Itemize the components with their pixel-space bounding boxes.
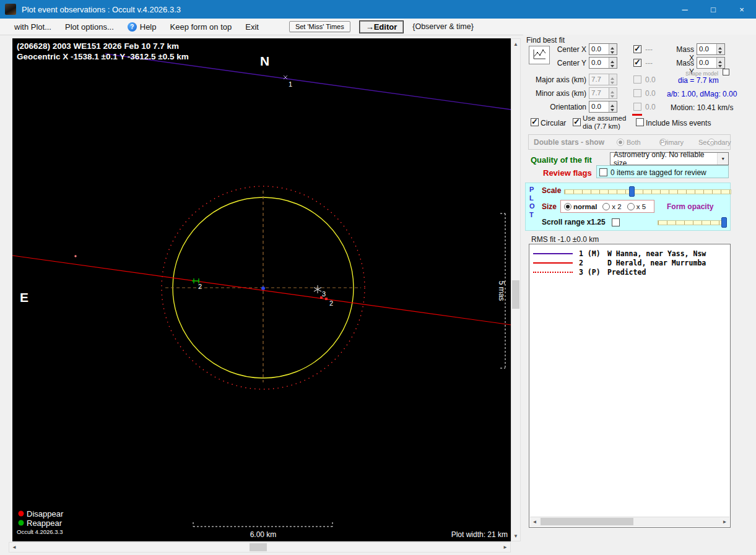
spinner-arrows — [609, 88, 617, 98]
mas-scale-label: 5 mas — [497, 281, 506, 301]
minimize-icon[interactable]: ─ — [671, 0, 699, 19]
horizontal-scroll-thumb[interactable] — [250, 543, 267, 551]
list-scroll-thumb[interactable] — [541, 518, 633, 525]
list-horizontal-scrollbar[interactable]: ◄ ► — [530, 517, 729, 527]
double-both-radio — [617, 139, 624, 146]
chord-id: 2 — [579, 259, 607, 267]
quality-label: Quality of the fit — [531, 155, 592, 165]
scroll-right-icon[interactable]: ► — [500, 543, 510, 552]
legend-disappear: Disappear — [27, 509, 64, 518]
form-opacity-label[interactable]: Form opacity — [667, 202, 713, 211]
scale-bar-label: 6.00 km — [250, 530, 277, 539]
editor-button[interactable]: →Editor — [359, 20, 404, 33]
chevron-down-icon: ▼ — [717, 153, 728, 165]
double-both-label: Both — [627, 139, 641, 146]
menu-keep-form-on-top[interactable]: Keep form on top — [163, 22, 239, 32]
titlebar: Plot event observations : Occult v.4.202… — [0, 0, 756, 19]
maximize-icon[interactable]: □ — [699, 0, 728, 19]
size-normal-radio[interactable] — [564, 203, 571, 210]
center-x-checkbox[interactable] — [633, 45, 641, 53]
scroll-up-icon[interactable]: ▲ — [511, 39, 520, 49]
chord-1-label: 1 — [289, 80, 292, 88]
size-x2-radio[interactable] — [602, 203, 610, 210]
opacity-slider-thumb[interactable] — [721, 217, 727, 228]
chord-list-item[interactable]: 2 D Herald, near Murrumba — [529, 259, 730, 267]
use-assumed-dia-checkbox[interactable] — [573, 118, 581, 126]
plot-svg: 1 2 2 — [12, 38, 511, 541]
orientation-aux: 0.0 — [645, 103, 656, 111]
chord-dot — [74, 255, 76, 257]
spinner-arrows — [609, 74, 617, 85]
motion-info: Motion: 10.41 km/s — [671, 103, 733, 112]
spinner-arrows[interactable] — [609, 101, 617, 112]
vertical-scroll-thumb[interactable] — [512, 280, 519, 309]
scale-slider-track[interactable] — [564, 189, 731, 194]
shape-model-checkbox[interactable] — [723, 69, 729, 75]
plot-letter: O — [529, 202, 535, 211]
plot-horizontal-scrollbar[interactable]: ◄ ► — [9, 542, 511, 553]
menu-exit[interactable]: Exit — [238, 22, 266, 32]
chord-list-item[interactable]: 3 (P) Predicted — [529, 268, 730, 277]
quality-combobox[interactable]: Astrometry only. No reliable size ▼ — [610, 152, 729, 165]
size-x5-radio[interactable] — [627, 203, 635, 210]
spinner-arrows[interactable] — [609, 58, 617, 68]
plot-canvas[interactable]: 1 2 2 — [12, 38, 511, 541]
minor-axis-spinner: 7.7 — [589, 87, 617, 99]
minor-axis-label: Minor axis (km) — [529, 89, 586, 98]
review-flags-checkbox[interactable] — [599, 168, 607, 176]
scroll-left-icon[interactable]: ◄ — [9, 543, 19, 552]
double-secondary-label: Secondary — [698, 139, 731, 146]
review-flags-label: Review flags — [543, 168, 592, 178]
plot-version-label: Occult 4.2026.3.3 — [17, 528, 63, 535]
plot-letter: L — [529, 194, 535, 203]
spinner-arrows[interactable] — [716, 58, 724, 68]
mass-x-value: 0.0 — [697, 44, 716, 54]
menu-with-plot[interactable]: with Plot... — [7, 22, 58, 32]
rms-fit-label: RMS fit -1.0 ±0.0 km — [531, 235, 599, 244]
size-normal-label: normal — [573, 203, 597, 210]
plot-settings-panel: P L O T Scale Size normal x 2 x 5 Form o… — [525, 183, 731, 231]
help-icon: ? — [128, 22, 137, 32]
center-y-checkbox[interactable] — [633, 59, 641, 67]
scroll-down-icon[interactable]: ▼ — [511, 531, 520, 541]
center-y-spinner[interactable]: 0.0 — [589, 57, 617, 69]
opacity-slider-track[interactable] — [658, 220, 727, 225]
chord-listbox[interactable]: 1 (M) W Hanna, near Yass, Nsw 2 D Herald… — [529, 244, 731, 528]
legend-reappear: Reappear — [27, 518, 63, 528]
chord-list-item[interactable]: 1 (M) W Hanna, near Yass, Nsw — [529, 249, 730, 258]
scale-slider-thumb[interactable] — [629, 186, 635, 197]
scroll-range-checkbox[interactable] — [612, 218, 620, 226]
center-x-spinner[interactable]: 0.0 — [589, 43, 617, 55]
include-miss-checkbox[interactable] — [636, 118, 644, 126]
spinner-arrows[interactable] — [609, 44, 617, 54]
major-axis-spinner: 7.7 — [589, 74, 617, 85]
observer-time-label: {Observer & time} — [412, 22, 474, 31]
set-miss-times-button[interactable]: Set 'Miss' Times — [289, 21, 350, 32]
chord-2-swatch — [533, 262, 573, 264]
mass-y-value: 0.0 — [697, 58, 716, 68]
menubar: with Plot... Plot options... ? Help Keep… — [0, 19, 756, 35]
mass-y-spinner[interactable]: 0.0 — [697, 57, 725, 69]
orientation-spinner[interactable]: 0.0 — [589, 101, 617, 113]
major-axis-checkbox — [633, 75, 641, 84]
scroll-right-icon[interactable]: ► — [720, 517, 729, 526]
center-y-value: 0.0 — [589, 58, 609, 68]
center-x-dash: --- — [645, 45, 653, 54]
include-miss-label: Include Miss events — [646, 119, 711, 127]
plot-vertical-scrollbar[interactable]: ▲ ▼ — [511, 38, 521, 541]
close-icon[interactable]: × — [728, 0, 756, 19]
review-flags-text: 0 items are tagged for review — [610, 168, 706, 177]
center-y-dash: --- — [645, 59, 653, 67]
ab-dmag-info: a/b: 1.00, dMag: 0.00 — [667, 90, 737, 98]
spinner-arrows[interactable] — [716, 44, 724, 54]
major-axis-label: Major axis (km) — [529, 75, 586, 84]
minor-axis-value: 7.7 — [589, 88, 609, 98]
orientation-value: 0.0 — [589, 101, 609, 112]
north-label: N — [260, 54, 269, 68]
circular-checkbox[interactable] — [531, 118, 539, 126]
scroll-left-icon[interactable]: ◄ — [530, 517, 539, 526]
menu-plot-options[interactable]: Plot options... — [58, 22, 121, 32]
menu-help[interactable]: ? Help — [121, 22, 163, 32]
mass-x-spinner[interactable]: 0.0 — [697, 43, 725, 55]
plot-vertical-letters: P L O T — [529, 186, 535, 219]
